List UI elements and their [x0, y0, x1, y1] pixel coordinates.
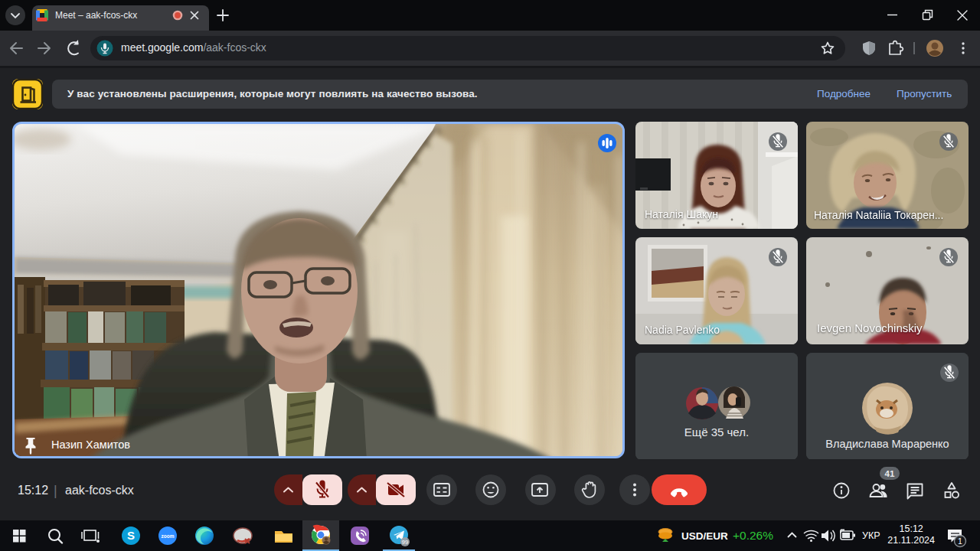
svg-text:Владислава Мараренко: Владислава Мараренко	[825, 438, 949, 450]
svg-text:Ещё 35 чел.: Ещё 35 чел.	[684, 425, 749, 439]
svg-text:41: 41	[885, 469, 895, 478]
svg-text:1: 1	[958, 536, 962, 546]
svg-text:99: 99	[402, 539, 408, 546]
svg-text:Назип Хамитов: Назип Хамитов	[51, 439, 130, 451]
svg-text:+0.26%: +0.26%	[733, 529, 773, 542]
svg-text:УКР: УКР	[862, 530, 880, 541]
svg-text:Ievgen Novochinskiy: Ievgen Novochinskiy	[817, 321, 923, 334]
svg-text:zoom: zoom	[162, 533, 175, 539]
svg-text:USD/EUR: USD/EUR	[681, 530, 728, 542]
svg-text:Наталія Шакун: Наталія Шакун	[645, 208, 718, 220]
svg-text:Наталія Nataliia Токарен...: Наталія Nataliia Токарен...	[814, 209, 943, 221]
svg-text:S: S	[127, 529, 135, 542]
svg-text:Nadia Pavlenko: Nadia Pavlenko	[645, 324, 720, 336]
